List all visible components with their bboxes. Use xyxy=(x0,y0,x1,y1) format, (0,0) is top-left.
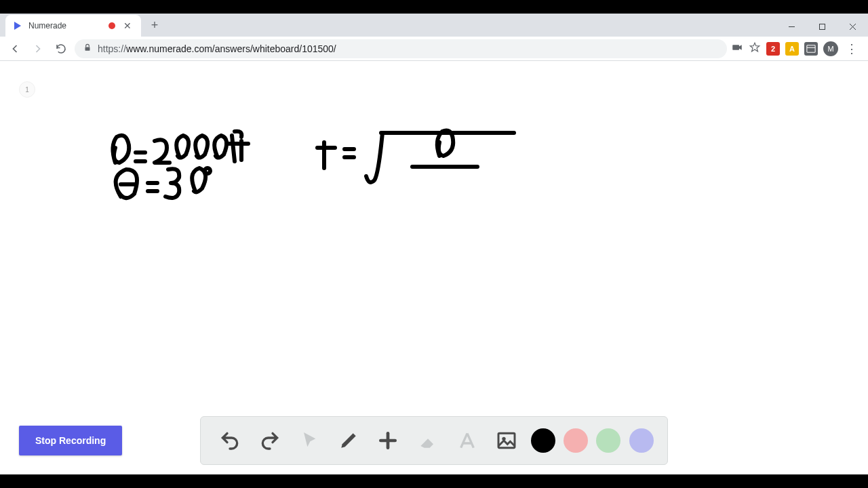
reload-button[interactable] xyxy=(52,39,71,58)
window-controls xyxy=(776,16,868,37)
address-bar: https://www.numerade.com/answers/whitebo… xyxy=(0,37,868,61)
color-green[interactable] xyxy=(596,428,620,453)
stop-recording-button[interactable]: Stop Recording xyxy=(19,426,122,455)
image-tool[interactable] xyxy=(491,425,522,456)
tab-close-icon[interactable]: ✕ xyxy=(121,20,134,31)
browser-tab[interactable]: Numerade ✕ xyxy=(5,15,141,37)
back-button[interactable] xyxy=(5,39,24,58)
svg-rect-7 xyxy=(807,45,815,52)
forward-button[interactable] xyxy=(28,39,47,58)
lock-icon xyxy=(83,43,92,54)
extension-badge-3[interactable] xyxy=(804,42,818,56)
extension-icons: 2 A M ⋮ xyxy=(731,41,863,56)
new-tab-button[interactable]: + xyxy=(145,16,164,35)
star-icon[interactable] xyxy=(749,41,761,56)
page-content: 1 xyxy=(0,61,868,474)
svg-rect-2 xyxy=(820,24,825,29)
svg-rect-6 xyxy=(732,45,739,50)
extension-badge-2[interactable]: A xyxy=(785,42,799,56)
color-purple[interactable] xyxy=(629,428,654,453)
eraser-tool[interactable] xyxy=(412,425,443,456)
add-tool[interactable] xyxy=(372,425,403,456)
svg-point-9 xyxy=(205,168,210,174)
numerade-favicon xyxy=(12,20,23,31)
recording-indicator-icon xyxy=(108,22,115,29)
color-red[interactable] xyxy=(564,428,588,453)
tab-title: Numerade xyxy=(28,21,103,30)
whiteboard-canvas[interactable] xyxy=(0,61,868,474)
text-tool[interactable] xyxy=(452,425,483,456)
pointer-tool[interactable] xyxy=(294,425,325,456)
browser-window: Numerade ✕ + https://www.numerade.com/an… xyxy=(0,14,868,474)
undo-button[interactable] xyxy=(214,425,245,456)
tab-strip: Numerade ✕ + xyxy=(0,14,868,37)
minimize-button[interactable] xyxy=(776,16,807,37)
svg-rect-12 xyxy=(498,433,515,447)
chrome-menu-icon[interactable]: ⋮ xyxy=(844,41,860,56)
extension-badge-1[interactable]: 2 xyxy=(766,42,780,56)
whiteboard-toolbar xyxy=(200,416,668,465)
close-window-button[interactable] xyxy=(837,16,868,37)
camera-icon[interactable] xyxy=(731,41,743,56)
svg-rect-5 xyxy=(85,47,90,50)
profile-avatar[interactable]: M xyxy=(823,41,838,56)
url-input[interactable]: https://www.numerade.com/answers/whitebo… xyxy=(75,39,727,58)
redo-button[interactable] xyxy=(254,425,285,456)
maximize-button[interactable] xyxy=(807,16,837,37)
svg-marker-0 xyxy=(14,22,21,30)
url-text: https://www.numerade.com/answers/whitebo… xyxy=(98,43,336,54)
color-black[interactable] xyxy=(531,428,555,453)
pen-tool[interactable] xyxy=(333,425,364,456)
